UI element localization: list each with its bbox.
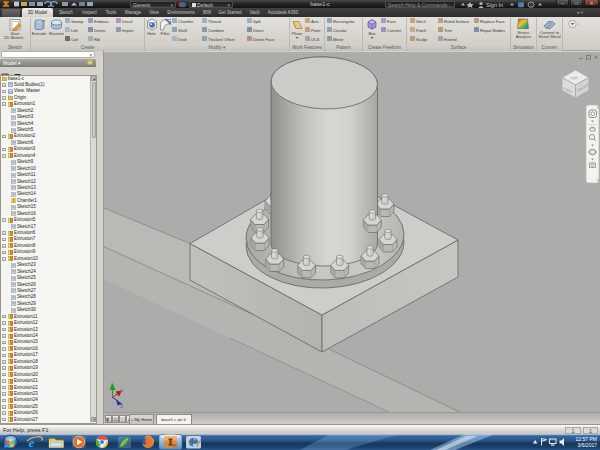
svg-text:X: X (121, 388, 124, 393)
svg-text:TOP: TOP (570, 76, 578, 80)
svg-text:3/6/2017: 3/6/2017 (578, 442, 598, 448)
svg-text:Sign In: Sign In (486, 2, 503, 8)
svg-text:Y: Y (110, 382, 113, 387)
svg-text:365: 365 (172, 444, 177, 448)
svg-text:e: e (29, 435, 35, 450)
svg-text:Z: Z (121, 404, 124, 409)
